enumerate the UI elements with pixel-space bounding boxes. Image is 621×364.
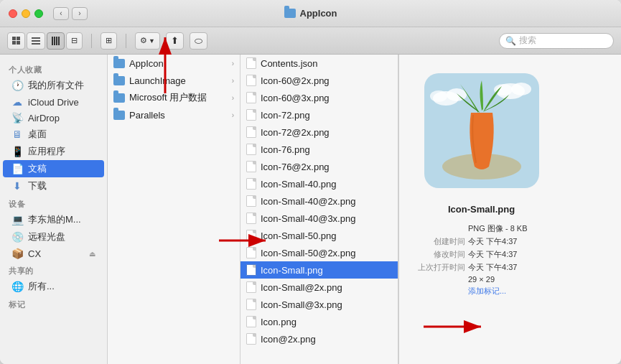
sidebar-label-all-shared: 所有... xyxy=(28,280,55,293)
meta-dimensions-label xyxy=(408,275,465,284)
cloud-icon: ☁ xyxy=(11,96,23,108)
col2-item-iconsmall40-3x[interactable]: Icon-Small-40@3x.png xyxy=(241,210,398,227)
meta-dimensions: 29 × 29 xyxy=(408,275,555,284)
disc-icon: 💿 xyxy=(11,231,23,243)
meta-modified-label: 修改时间 xyxy=(408,249,465,260)
sidebar-item-cx[interactable]: 📦 CX ⏏ xyxy=(3,246,104,261)
col2-item-iconsmall40[interactable]: Icon-Small-40.png xyxy=(241,175,398,192)
back-button[interactable]: ‹ xyxy=(53,7,69,20)
preview-panel: Icon-Small.png PNG 图像 - 8 KB 创建时间 今天 下午4… xyxy=(398,55,564,364)
maximize-button[interactable] xyxy=(34,9,43,18)
col2-item-iconsmall-3x[interactable]: Icon-Small@3x.png xyxy=(241,296,398,313)
col2-item-icon60-2x[interactable]: Icon-60@2x.png xyxy=(241,72,398,89)
action-dropdown-arrow: ▼ xyxy=(149,37,155,45)
file-icon xyxy=(246,92,256,103)
file-icon xyxy=(246,57,256,69)
svg-point-5 xyxy=(511,83,531,95)
downloads-icon: ⬇ xyxy=(11,180,23,192)
meta-modified: 修改时间 今天 下午4:37 xyxy=(408,249,555,260)
col2-item-iconsmall-2x[interactable]: Icon-Small@2x.png xyxy=(241,279,398,296)
file-icon xyxy=(246,75,256,86)
file-icon xyxy=(246,230,256,241)
col2-item-icon76[interactable]: Icon-76.png xyxy=(241,141,398,158)
sidebar-label-docs: 文稿 xyxy=(28,162,47,175)
folder-icon xyxy=(113,93,125,103)
toolbar-separator-1 xyxy=(91,34,92,48)
sidebar-section-devices: 设备 xyxy=(0,195,107,211)
sidebar-item-icloud[interactable]: ☁ iCloud Drive xyxy=(3,94,104,110)
meta-type-value: PNG 图像 - 8 KB xyxy=(468,223,555,234)
meta-tags-label xyxy=(408,286,465,297)
sidebar-item-remote-disc[interactable]: 💿 远程光盘 xyxy=(3,228,104,246)
col2-item-icon72[interactable]: Icon-72.png xyxy=(241,106,398,123)
column-2: Contents.json Icon-60@2x.png Icon-60@3x.… xyxy=(241,55,398,364)
sidebar-label-remote-disc: 远程光盘 xyxy=(28,230,65,243)
search-box[interactable]: 🔍 搜索 xyxy=(499,33,614,49)
col2-item-icon60-3x[interactable]: Icon-60@3x.png xyxy=(241,89,398,106)
columns-area: AppIcon › LaunchImage › Microsoft 用户数据 › xyxy=(108,55,621,364)
col2-item-iconsmall50[interactable]: Icon-Small-50.png xyxy=(241,227,398,244)
folder-icon xyxy=(113,111,125,120)
action-button[interactable]: ⚙ ▼ xyxy=(135,32,160,50)
col2-item-iconsmall40-2x[interactable]: Icon-Small-40@2x.png xyxy=(241,192,398,210)
close-button[interactable] xyxy=(9,9,17,18)
col2-item-icon76-2x[interactable]: Icon-76@2x.png xyxy=(241,158,398,175)
arrange-button[interactable]: ⊞ xyxy=(101,32,117,50)
meta-created-value: 今天 下午4:37 xyxy=(468,236,555,247)
coverflow-icon: ⊟ xyxy=(71,36,78,45)
forward-button[interactable]: › xyxy=(72,7,88,20)
column-icon xyxy=(52,37,60,45)
add-tags-link[interactable]: 添加标记... xyxy=(468,286,555,297)
col2-item-contentsjson[interactable]: Contents.json xyxy=(241,55,398,72)
sidebar-item-macbook[interactable]: 💻 李东旭的M... xyxy=(3,211,104,228)
meta-tags: 添加标记... xyxy=(408,286,555,297)
sidebar-label-airdrop: AirDrop xyxy=(28,113,60,123)
sidebar-label-apps: 应用程序 xyxy=(28,145,65,158)
toolbar: ⊟ ⊞ ⚙ ▼ ⬆ ⬭ 🔍 xyxy=(0,27,621,55)
sidebar-item-all-shared[interactable]: 🌐 所有... xyxy=(3,278,104,295)
col2-item-icon-2x[interactable]: Icon@2x.png xyxy=(241,330,398,347)
sidebar-item-docs[interactable]: 📄 文稿 xyxy=(3,160,104,177)
folder-icon xyxy=(113,76,125,85)
col1-item-parallels[interactable]: Parallels › xyxy=(108,106,240,123)
file-icon xyxy=(246,126,256,138)
meta-modified-value: 今天 下午4:37 xyxy=(468,249,555,260)
titlebar: ‹ › AppIcon xyxy=(0,0,621,27)
sidebar-item-desktop[interactable]: 🖥 桌面 xyxy=(3,126,104,143)
file-icon xyxy=(246,247,256,258)
sidebar-item-apps[interactable]: 📱 应用程序 xyxy=(3,143,104,160)
col2-item-icon[interactable]: Icon.png xyxy=(241,313,398,330)
share-icon: ⬆ xyxy=(171,35,179,46)
sidebar-section-tags: 标记 xyxy=(0,295,107,312)
gear-icon: ⚙ xyxy=(140,36,147,45)
file-icon xyxy=(246,213,256,224)
list-view-button[interactable] xyxy=(27,32,45,50)
col2-item-icon72-2x[interactable]: Icon-72@2x.png xyxy=(241,123,398,141)
svg-point-3 xyxy=(430,90,447,102)
sidebar-label-icloud: iCloud Drive xyxy=(28,97,79,108)
eject-icon: ⏏ xyxy=(89,250,95,258)
sidebar-item-all-files[interactable]: 🕐 我的所有文件 xyxy=(3,77,104,94)
col2-item-iconsmall[interactable]: Icon-Small.png xyxy=(241,261,398,279)
share-button[interactable]: ⬆ xyxy=(166,32,184,50)
network-icon: 🌐 xyxy=(11,281,23,292)
file-icon xyxy=(246,316,256,327)
file-icon xyxy=(246,178,256,190)
tag-button[interactable]: ⬭ xyxy=(190,32,207,50)
grid-view-button[interactable] xyxy=(7,32,25,50)
col1-item-microsoft[interactable]: Microsoft 用户数据 › xyxy=(108,89,240,106)
meta-opened-value: 今天 下午4:37 xyxy=(468,262,555,273)
col2-item-iconsmall50-2x[interactable]: Icon-Small-50@2x.png xyxy=(241,244,398,261)
docs-icon: 📄 xyxy=(11,163,23,174)
sidebar-label-downloads: 下载 xyxy=(28,179,47,192)
column-view-button[interactable] xyxy=(47,32,65,50)
col1-item-launchimage[interactable]: LaunchImage › xyxy=(108,72,240,89)
laptop-icon: 💻 xyxy=(11,214,23,225)
sidebar-item-airdrop[interactable]: 📡 AirDrop xyxy=(3,110,104,126)
minimize-button[interactable] xyxy=(22,9,30,18)
toolbar-separator-2 xyxy=(126,34,126,48)
coverflow-view-button[interactable]: ⊟ xyxy=(66,32,83,50)
col1-item-appicon[interactable]: AppIcon › xyxy=(108,55,240,72)
nav-buttons: ‹ › xyxy=(53,7,88,20)
sidebar-item-downloads[interactable]: ⬇ 下载 xyxy=(3,177,104,195)
